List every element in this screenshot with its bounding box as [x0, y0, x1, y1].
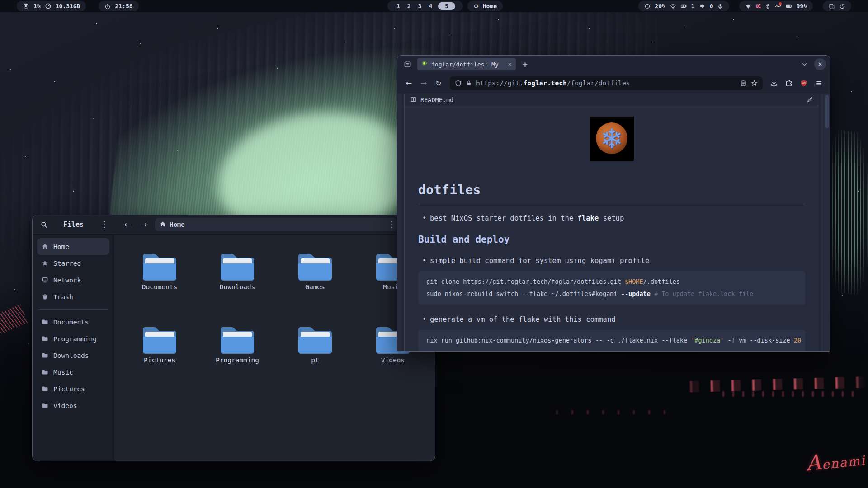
bookmark-star-icon[interactable] [751, 80, 758, 87]
readme-bullet: best NixOS starter dotfiles in the flake… [418, 214, 805, 222]
folder-label: Pictures [144, 357, 175, 364]
workspace-2[interactable]: 2 [404, 3, 414, 9]
folder-label: Videos [381, 357, 405, 364]
code-block-build[interactable]: git clone https://git.foglar.tech/foglar… [418, 271, 805, 305]
microphone-icon[interactable] [717, 3, 723, 9]
code-block-vm[interactable]: nix run github:nix-community/nixos-gener… [418, 330, 805, 351]
back-button[interactable] [402, 76, 415, 90]
url-bar[interactable]: https://git.foglar.tech/foglar/dotfiles [450, 76, 763, 90]
sidebar-item-label: Videos [53, 402, 77, 409]
folder-icon [219, 251, 256, 281]
path-bar[interactable]: Home [155, 218, 397, 231]
reader-mode-icon[interactable] [740, 80, 747, 87]
status-bar: 1% 10.31GB 21:58 1 2 3 4 5 Home [0, 0, 868, 12]
extensions-puzzle-icon[interactable] [782, 76, 796, 90]
code-line: git clone https://git.foglar.tech/foglar… [426, 276, 797, 288]
code-line: nix run github:nix-community/nixos-gener… [426, 334, 797, 347]
tab-title: foglar/dotfiles: My [431, 61, 505, 68]
power-icon[interactable] [839, 3, 845, 9]
sidebar-item-videos[interactable]: Videos [37, 397, 109, 414]
path-menu-kebab-icon[interactable] [391, 221, 392, 229]
sidebar-item-network[interactable]: Network [37, 272, 109, 288]
ublock-icon[interactable]: uO [797, 76, 811, 90]
sidebar-item-label: Pictures [53, 385, 85, 393]
clock-pill[interactable]: 21:58 [99, 1, 138, 11]
tracking-shield-icon[interactable] [455, 80, 462, 87]
folder-label: Programming [216, 357, 259, 364]
files-content-area[interactable]: Documents Downloads Games Music [114, 235, 435, 461]
downloads-icon[interactable] [767, 76, 781, 90]
workspace-4[interactable]: 4 [425, 3, 435, 9]
readme-section-heading: Build and deploy [418, 234, 805, 245]
folder-icon [297, 251, 334, 281]
sidebar-item-starred[interactable]: Starred [37, 255, 109, 272]
folder-label: pt [311, 357, 319, 364]
files-headerbar[interactable]: Files Home [33, 215, 435, 235]
cpu-usage: 1% [33, 3, 41, 9]
sidebar-item-pictures[interactable]: Pictures [37, 380, 109, 397]
clock-icon [104, 3, 111, 9]
battery-icon [786, 3, 793, 9]
window-close-button[interactable]: × [814, 58, 826, 70]
sidebar-item-programming[interactable]: Programming [37, 330, 109, 347]
browser-window: foglar/dotfiles: My × + × https://git.fo… [397, 55, 830, 352]
uc-tray-icon[interactable]: UC [755, 4, 760, 9]
sidebar-item-music[interactable]: Music [37, 364, 109, 380]
sidebar-item-downloads[interactable]: Downloads [37, 347, 109, 364]
web-page-content: README.md dotfiles best NixOS starter do… [397, 94, 830, 351]
sidebar-menu-kebab-icon[interactable] [97, 218, 111, 231]
folder-games[interactable]: Games [276, 251, 354, 324]
scrollbar-thumb[interactable] [825, 95, 829, 128]
url-text[interactable]: https://git.foglar.tech/foglar/dotfiles [476, 80, 736, 87]
browser-tab[interactable]: foglar/dotfiles: My × [417, 58, 516, 70]
files-sidebar: Home Starred Network Trash Document [33, 235, 114, 461]
sidebar-toggle-icon[interactable] [401, 59, 413, 70]
workspace-3[interactable]: 3 [415, 3, 425, 9]
mode-pill[interactable]: Home [467, 1, 503, 11]
battery-level: 99% [797, 3, 807, 9]
list-tabs-chevron-icon[interactable] [798, 61, 810, 68]
sidebar-item-home[interactable]: Home [37, 238, 109, 255]
clock-time: 21:58 [115, 3, 132, 9]
sidebar-item-trash[interactable]: Trash [37, 288, 109, 305]
clipboard-icon[interactable] [829, 3, 835, 9]
session-pill [823, 1, 851, 11]
sidebar-divider [38, 309, 108, 310]
reload-button[interactable] [432, 76, 445, 90]
folder-pt[interactable]: pt [276, 324, 354, 398]
readme-bullet: simple build command for system using ko… [418, 257, 805, 265]
network-tray-icon[interactable] [745, 3, 751, 9]
vpn-wave-icon[interactable] [775, 3, 782, 9]
svg-text:uO: uO [802, 81, 806, 84]
folder-downloads[interactable]: Downloads [198, 251, 276, 324]
sidebar-item-label: Programming [53, 335, 97, 343]
wifi-icon[interactable] [670, 3, 676, 9]
mode-label: Home [483, 3, 497, 9]
forward-button[interactable] [137, 218, 151, 231]
site-favicon [421, 60, 428, 69]
system-monitor-pill[interactable]: 1% 10.31GB [17, 1, 86, 11]
keyboard-battery-icon[interactable] [680, 3, 687, 9]
bluetooth-icon[interactable] [764, 3, 771, 9]
brightness-icon[interactable] [644, 3, 651, 9]
back-button[interactable] [121, 218, 134, 231]
workspace-5-active[interactable]: 5 [438, 2, 455, 10]
hamburger-menu-icon[interactable] [812, 76, 826, 90]
home-icon [160, 221, 166, 229]
readme-header: README.md [405, 94, 819, 106]
folder-label: Documents [142, 283, 178, 291]
memory-gauge-icon [45, 3, 52, 9]
folder-pictures[interactable]: Pictures [121, 324, 198, 398]
folder-programming[interactable]: Programming [198, 324, 276, 398]
volume-icon[interactable] [699, 3, 706, 9]
tab-close-icon[interactable]: × [508, 61, 512, 67]
workspace-1[interactable]: 1 [393, 3, 403, 9]
new-tab-button[interactable]: + [520, 60, 530, 69]
readme-title: dotfiles [418, 183, 805, 204]
scrollbar[interactable] [824, 94, 830, 351]
sidebar-item-documents[interactable]: Documents [37, 314, 109, 330]
nixos-snowflake-icon [590, 117, 634, 161]
folder-documents[interactable]: Documents [121, 251, 198, 324]
edit-pencil-icon[interactable] [807, 96, 813, 103]
forward-button[interactable] [417, 76, 430, 90]
